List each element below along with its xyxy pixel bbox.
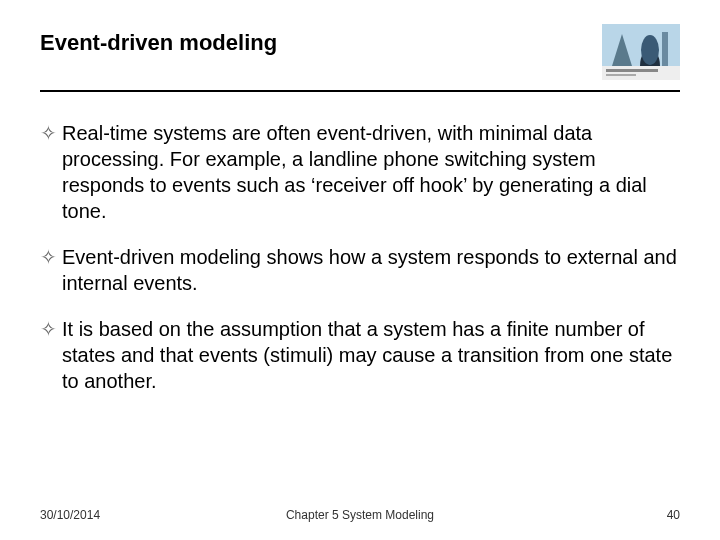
svg-rect-2 [662,32,668,66]
svg-rect-3 [602,66,680,80]
bullet-item: ✧ It is based on the assumption that a s… [40,316,680,394]
diamond-bullet-icon: ✧ [40,316,62,342]
slide: Event-driven modeling ✧ Real-time system… [0,0,720,540]
book-cover-thumbnail [602,24,680,80]
header-divider [40,90,680,92]
diamond-bullet-icon: ✧ [40,244,62,270]
diamond-bullet-icon: ✧ [40,120,62,146]
footer-chapter: Chapter 5 System Modeling [0,508,720,522]
slide-title: Event-driven modeling [40,30,277,56]
bullet-item: ✧ Real-time systems are often event-driv… [40,120,680,224]
slide-body: ✧ Real-time systems are often event-driv… [40,120,680,394]
bullet-item: ✧ Event-driven modeling shows how a syst… [40,244,680,296]
svg-point-1 [641,35,659,65]
slide-header: Event-driven modeling [40,30,680,80]
bullet-text: It is based on the assumption that a sys… [62,316,680,394]
svg-rect-5 [606,74,636,76]
bullet-text: Real-time systems are often event-driven… [62,120,680,224]
slide-footer: 30/10/2014 Chapter 5 System Modeling 40 [0,508,720,522]
svg-rect-4 [606,69,658,72]
bullet-text: Event-driven modeling shows how a system… [62,244,680,296]
